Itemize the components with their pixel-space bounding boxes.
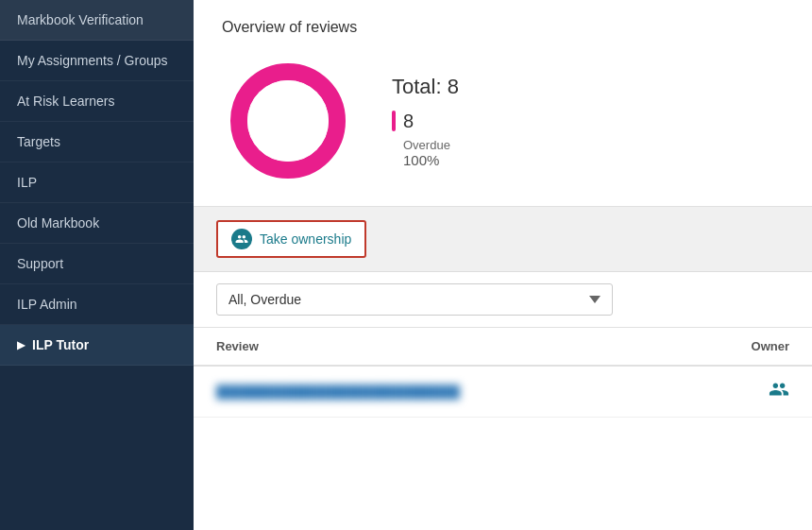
table-header: Review Owner — [194, 328, 812, 366]
overview-panel: Overview of reviews Total: 8 8 Overdue — [194, 0, 812, 207]
filter-select[interactable]: All, Overdue All Overdue — [216, 283, 613, 316]
overdue-text: Overdue — [403, 138, 459, 152]
review-cell[interactable]: ████████████████████████████ — [194, 366, 673, 418]
donut-chart — [222, 55, 354, 187]
sidebar-item-label: ILP Tutor — [32, 337, 89, 352]
table-container: Review Owner ███████████████████████████… — [194, 328, 812, 530]
sidebar-item-markbook-verification[interactable]: Markbook Verification — [0, 0, 194, 41]
ownership-icon — [231, 229, 252, 249]
sidebar-item-label: Support — [17, 256, 63, 271]
total-label: Total: 8 — [392, 75, 459, 99]
column-review: Review — [194, 328, 673, 366]
overview-title: Overview of reviews — [222, 19, 784, 36]
take-ownership-button[interactable]: Take ownership — [216, 220, 366, 258]
sidebar-item-label: My Assignments / Groups — [17, 53, 168, 68]
take-ownership-label: Take ownership — [260, 231, 351, 247]
sidebar-item-ilp[interactable]: ILP — [0, 162, 194, 203]
sidebar-item-ilp-admin[interactable]: ILP Admin — [0, 284, 194, 325]
sidebar-item-targets[interactable]: Targets — [0, 122, 194, 162]
overdue-percent: 100% — [403, 152, 459, 168]
sidebar-item-label: ILP — [17, 175, 37, 190]
sidebar-item-label: Old Markbook — [17, 215, 99, 231]
overdue-bar-indicator — [392, 111, 396, 131]
sidebar-item-label: At Risk Learners — [17, 94, 114, 109]
owner-group-icon — [769, 385, 789, 403]
sidebar-item-label: ILP Admin — [17, 297, 77, 312]
sidebar-item-ilp-tutor[interactable]: ▶ILP Tutor — [0, 325, 194, 366]
sidebar-item-at-risk-learners[interactable]: At Risk Learners — [0, 81, 194, 122]
sidebar-item-label: Markbook Verification — [17, 12, 144, 27]
table-row: ████████████████████████████ — [194, 366, 812, 418]
overview-content: Total: 8 8 Overdue 100% — [222, 55, 784, 187]
stats-panel: Total: 8 8 Overdue 100% — [392, 75, 459, 168]
table-body: ████████████████████████████ — [194, 366, 812, 418]
review-text: ████████████████████████████ — [216, 385, 460, 399]
review-table: Review Owner ███████████████████████████… — [194, 328, 812, 418]
table-header-row: Review Owner — [194, 328, 812, 366]
sidebar-item-old-markbook[interactable]: Old Markbook — [0, 203, 194, 244]
sidebar: Markbook VerificationMy Assignments / Gr… — [0, 0, 194, 530]
sidebar-item-label: Targets — [17, 134, 60, 149]
main-content: Overview of reviews Total: 8 8 Overdue — [194, 0, 812, 530]
svg-point-1 — [247, 80, 329, 162]
arrow-icon: ▶ — [17, 339, 25, 351]
donut-svg — [222, 55, 354, 187]
sidebar-item-my-assignments-groups[interactable]: My Assignments / Groups — [0, 41, 194, 81]
action-bar: Take ownership — [194, 207, 812, 272]
column-owner: Owner — [673, 328, 812, 366]
sidebar-item-support[interactable]: Support — [0, 244, 194, 284]
overdue-count: 8 — [403, 111, 414, 132]
owner-cell — [673, 366, 812, 418]
filter-bar: All, Overdue All Overdue — [194, 272, 812, 328]
people-icon — [235, 232, 248, 246]
